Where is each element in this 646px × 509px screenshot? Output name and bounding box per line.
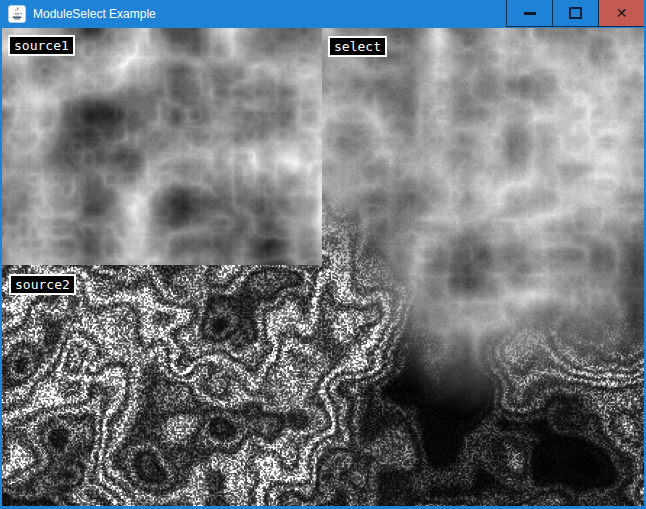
render-area: source1 select source2 [2, 28, 644, 506]
window-title: ModuleSelect Example [33, 7, 156, 21]
window-controls: ✕ [506, 0, 644, 27]
label-source2: source2 [9, 274, 76, 295]
source1-image [2, 28, 322, 265]
minimize-button[interactable] [506, 0, 552, 27]
java-coffee-cup-icon [8, 5, 26, 23]
source2-image [2, 265, 322, 506]
close-button[interactable]: ✕ [598, 0, 644, 27]
minimize-icon [524, 12, 536, 15]
maximize-icon [569, 7, 582, 19]
close-icon: ✕ [616, 6, 628, 20]
titlebar[interactable]: ModuleSelect Example ✕ [2, 0, 644, 28]
label-source1: source1 [8, 35, 75, 56]
label-select: select [328, 36, 387, 57]
app-window: ModuleSelect Example ✕ source1 select so… [0, 0, 646, 509]
maximize-button[interactable] [552, 0, 598, 27]
